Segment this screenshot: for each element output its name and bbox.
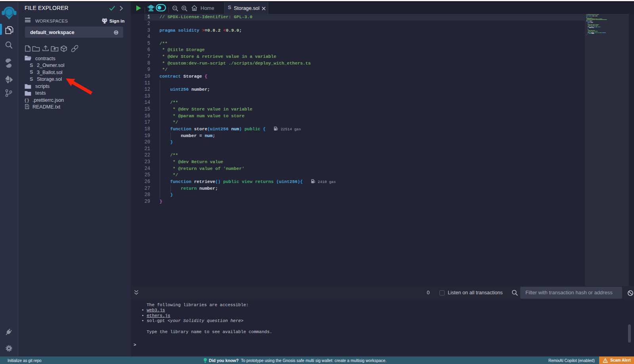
svg-text:S: S: [30, 63, 33, 68]
svg-text:S: S: [30, 69, 33, 75]
svg-text:S: S: [30, 76, 33, 82]
svg-text:{}: {}: [25, 98, 29, 103]
